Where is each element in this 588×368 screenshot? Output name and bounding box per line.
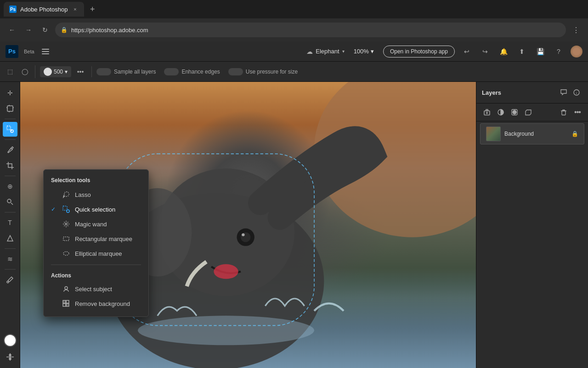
svg-point-28	[65, 287, 68, 289]
remove-background-icon	[62, 299, 70, 308]
magic-wand-check	[51, 221, 57, 227]
text-tool-button[interactable]: T	[3, 215, 17, 230]
selection-tools-section-title: Selection tools	[44, 175, 148, 187]
selection-shape-group: ⬚ ◯	[4, 65, 35, 78]
group-layers-button[interactable]	[522, 106, 534, 118]
svg-point-19	[242, 233, 244, 236]
quick-selection-tool-item[interactable]: ✓ Quick selection	[44, 202, 148, 217]
magic-wand-tool-item[interactable]: Magic wand	[44, 217, 148, 231]
undo-button[interactable]: ↩	[460, 45, 473, 58]
mask-button[interactable]	[509, 106, 520, 118]
remove-background-label: Remove background	[75, 300, 130, 307]
brush-preview	[44, 68, 52, 76]
svg-rect-26	[63, 237, 69, 241]
tool-separator-6	[5, 269, 16, 270]
info-panel-icon[interactable]: i	[571, 86, 582, 98]
adjustment-layer-button[interactable]	[495, 106, 507, 118]
zoom-control[interactable]: 100% ▾	[350, 46, 378, 57]
shape-tool-button[interactable]	[3, 231, 17, 246]
address-bar[interactable]: 🔒 https://photoshop.adobe.com	[55, 23, 566, 37]
elliptical-marquee-toolbar-button[interactable]: ◯	[18, 65, 31, 78]
browser-nav: ← → ↻ 🔒 https://photoshop.adobe.com ⋮	[0, 18, 588, 41]
rectangular-marquee-toolbar-button[interactable]: ⬚	[4, 65, 17, 78]
move-tool-button[interactable]: ✛	[3, 86, 17, 100]
quick-selection-icon	[62, 205, 70, 213]
crop-tool-button[interactable]	[3, 158, 17, 173]
tab-close-button[interactable]: ×	[71, 6, 79, 13]
layer-lock-icon: 🔒	[571, 131, 578, 137]
brush-size-control[interactable]: 500 ▾	[40, 66, 71, 77]
elliptical-marquee-label: Elliptical marquee	[75, 250, 122, 257]
beta-label: Beta	[24, 49, 34, 54]
help-button[interactable]: ?	[552, 45, 565, 58]
magic-wand-label: Magic wand	[75, 221, 107, 228]
svg-rect-29	[63, 300, 66, 303]
chat-panel-icon[interactable]	[558, 86, 570, 98]
svg-point-12	[9, 358, 11, 360]
browser-tab[interactable]: Ps Adobe Photoshop ×	[4, 2, 84, 17]
avatar[interactable]	[571, 46, 582, 58]
select-subject-label: Select subject	[75, 286, 112, 293]
layers-panel-title: Layers	[482, 89, 558, 96]
select-subject-action-item[interactable]: Select subject	[44, 282, 148, 296]
layers-panel-header: Layers i	[476, 82, 588, 104]
back-button[interactable]: ←	[6, 23, 18, 36]
svg-rect-23	[63, 206, 67, 210]
add-layer-button[interactable]	[481, 106, 493, 118]
browser-menu-button[interactable]: ⋮	[570, 23, 582, 36]
eyedropper-tool-button[interactable]	[3, 272, 17, 287]
cloud-filename[interactable]: ☁ Elephant ▾	[306, 48, 344, 55]
hamburger-menu[interactable]	[40, 47, 51, 56]
main-area: ✛ ⊕ T ≋	[0, 82, 588, 368]
adjust-tool-button[interactable]	[3, 350, 17, 364]
rectangular-marquee-icon	[62, 235, 70, 243]
filename-label: Elephant	[316, 48, 339, 55]
layer-background-thumbnail	[486, 126, 501, 141]
pen-tool-button[interactable]	[3, 143, 17, 157]
svg-point-7	[7, 199, 11, 203]
layer-background-item[interactable]: Background 🔒	[480, 123, 584, 144]
selection-tool-button[interactable]	[3, 122, 17, 137]
toolbar-divider	[91, 66, 92, 77]
options-toolbar: ⬚ ◯ 500 ▾ ••• Sample all layers Enhance …	[0, 62, 588, 82]
artboard-tool-button[interactable]	[3, 101, 17, 116]
liquefy-tool-button[interactable]: ≋	[3, 252, 17, 266]
new-tab-button[interactable]: +	[86, 3, 99, 16]
address-lock-icon: 🔒	[61, 27, 68, 33]
lasso-label: Lasso	[75, 191, 91, 198]
svg-point-40	[513, 110, 516, 114]
clone-tool-button[interactable]	[3, 195, 17, 209]
svg-point-17	[237, 228, 254, 246]
reload-button[interactable]: ↻	[39, 23, 51, 36]
canvas-area[interactable]: Selection tools Lasso ✓ Quick sel	[20, 82, 476, 368]
elliptical-marquee-tool-item[interactable]: Elliptical marquee	[44, 246, 148, 261]
sample-all-layers-toggle[interactable]	[96, 68, 111, 75]
rectangular-marquee-tool-item[interactable]: Rectangular marquee	[44, 231, 148, 246]
svg-rect-0	[7, 106, 13, 111]
save-button[interactable]: 💾	[534, 45, 547, 58]
forward-button[interactable]: →	[22, 23, 35, 36]
svg-rect-41	[562, 111, 565, 115]
sample-all-layers-toggle-group: Sample all layers	[96, 68, 156, 75]
panel-tab-icons: i	[558, 86, 582, 98]
use-pressure-toggle[interactable]	[228, 68, 243, 75]
enhance-edges-toggle[interactable]	[164, 68, 179, 75]
svg-rect-31	[63, 304, 66, 306]
browser-chrome: Ps Adobe Photoshop × + ← → ↻ 🔒 https://p…	[0, 0, 588, 41]
magic-wand-icon	[62, 220, 70, 228]
layers-more-button[interactable]: •••	[571, 106, 583, 118]
notifications-button[interactable]: 🔔	[497, 45, 510, 58]
layers-toolbar: •••	[476, 104, 588, 121]
open-photoshop-button[interactable]: Open in Photoshop app	[383, 46, 455, 58]
redo-button[interactable]: ↪	[479, 45, 492, 58]
lasso-tool-item[interactable]: Lasso	[44, 187, 148, 202]
remove-background-action-item[interactable]: Remove background	[44, 296, 148, 311]
zoom-value: 100%	[354, 48, 369, 55]
foreground-color-swatch[interactable]	[4, 334, 17, 347]
delete-layer-button[interactable]	[558, 106, 570, 118]
heal-tool-button[interactable]: ⊕	[3, 179, 17, 194]
share-button[interactable]: ⬆	[515, 45, 528, 58]
ps-logo: Ps	[6, 45, 18, 58]
toolbar-more-button[interactable]: •••	[74, 65, 87, 78]
enhance-edges-label: Enhance edges	[181, 69, 220, 75]
